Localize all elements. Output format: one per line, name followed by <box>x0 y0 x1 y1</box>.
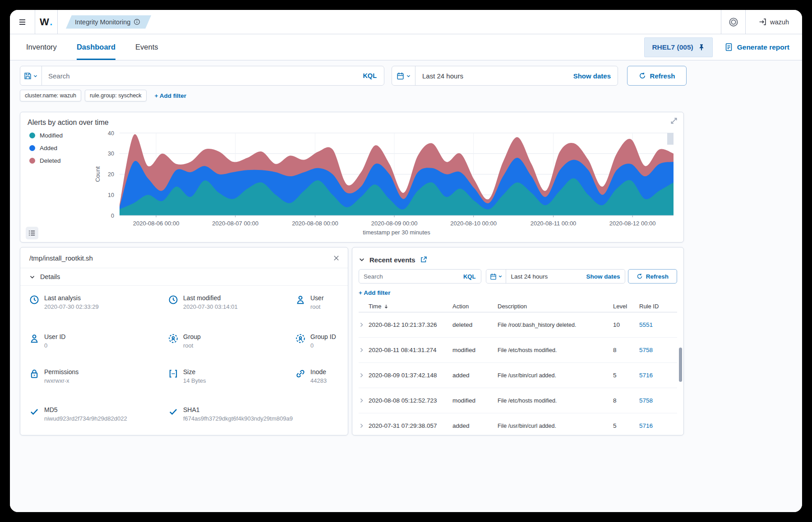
recent-events-search-input[interactable] <box>359 273 458 280</box>
svg-text:0: 0 <box>111 213 114 219</box>
column-description[interactable]: Description <box>498 303 610 310</box>
user-icon <box>29 334 39 343</box>
menu-button[interactable] <box>10 10 35 34</box>
legend-dot <box>29 145 35 151</box>
tab-inventory[interactable]: Inventory <box>26 34 57 60</box>
filter-pill[interactable]: cluster.name: wazuh <box>20 90 81 101</box>
legend-label: Added <box>40 145 57 151</box>
kql-button[interactable]: KQL <box>355 72 384 79</box>
document-icon <box>724 43 733 51</box>
check-icon <box>29 407 39 417</box>
date-picker: Last 24 hours Show dates <box>392 66 618 86</box>
chart-list-button[interactable] <box>26 227 38 239</box>
svg-text:2020-08-06 00:00: 2020-08-06 00:00 <box>133 220 180 227</box>
column-time[interactable]: Time <box>369 303 452 310</box>
column-action[interactable]: Action <box>452 303 498 310</box>
generate-report-button[interactable]: Generate report <box>724 43 789 51</box>
time-range-value[interactable]: Last 24 hours <box>415 72 463 80</box>
details-accordion[interactable]: Details <box>20 268 348 286</box>
chevron-down-icon <box>33 73 38 78</box>
filter-bar: cluster.name: wazuh rule.group: syscheck… <box>20 89 687 102</box>
refresh-button[interactable]: Refresh <box>628 269 677 284</box>
add-filter-link[interactable]: + Add filter <box>359 289 390 296</box>
table-row[interactable]: 2020-08-11 08:41:31.274 modified File /e… <box>359 338 677 363</box>
rule-id-link[interactable]: 5758 <box>637 347 677 353</box>
row-expand-icon[interactable] <box>359 398 364 403</box>
row-expand-icon[interactable] <box>359 372 364 378</box>
rule-id-link[interactable]: 5716 <box>637 422 677 429</box>
file-panel-header: /tmp/install_rootkit.sh <box>20 247 348 268</box>
calendar-button[interactable] <box>486 270 506 283</box>
pinned-agent-button[interactable]: RHEL7 (005) <box>644 37 712 57</box>
svg-text:10: 10 <box>108 192 114 198</box>
search-bar: KQL <box>20 66 384 86</box>
events-table: Time Action Description Level Rule ID 20… <box>359 301 677 435</box>
rule-id-link[interactable]: 5551 <box>637 321 677 328</box>
breadcrumb[interactable]: Integrity Monitoring <box>66 15 151 29</box>
table-row[interactable]: 2020-07-31 07:29:38.057 added File /usr/… <box>359 413 677 435</box>
refresh-button[interactable]: Refresh <box>627 66 687 86</box>
field-permissions: Permissionsrwxrwxr-x <box>29 368 78 384</box>
svg-text:20: 20 <box>108 171 114 178</box>
breadcrumb-label: Integrity Monitoring <box>75 18 130 26</box>
legend-label: Deleted <box>40 157 61 164</box>
calendar-button[interactable] <box>392 66 415 85</box>
scrollbar-thumb[interactable] <box>679 348 682 382</box>
wazuh-logo[interactable]: W. <box>35 10 58 34</box>
svg-text:2020-08-08 00:00: 2020-08-08 00:00 <box>292 220 338 227</box>
rule-id-link[interactable]: 5758 <box>637 397 677 404</box>
refresh-label: Refresh <box>650 72 675 80</box>
table-row[interactable]: 2020-08-12 10:21:37.326 deleted File /ro… <box>359 312 677 338</box>
generate-report-label: Generate report <box>737 43 789 51</box>
lock-icon <box>29 369 39 379</box>
events-table-header: Time Action Description Level Rule ID <box>359 301 677 312</box>
check-icon <box>168 407 178 417</box>
logout-button[interactable]: wazuh <box>745 10 802 34</box>
info-icon <box>134 18 140 25</box>
expand-icon[interactable] <box>670 117 678 125</box>
external-link-icon[interactable] <box>420 256 427 263</box>
tab-events[interactable]: Events <box>135 34 158 60</box>
svg-text:2020-08-07 00:00: 2020-08-07 00:00 <box>212 220 258 227</box>
column-level[interactable]: Level <box>610 303 637 310</box>
filter-pill[interactable]: rule.group: syscheck <box>85 90 147 101</box>
field-last-modified: Last modified2020-07-30 03:14:01 <box>168 294 238 310</box>
svg-text:30: 30 <box>108 151 114 157</box>
recent-events-header[interactable]: Recent events <box>359 253 677 266</box>
kql-button[interactable]: KQL <box>458 273 481 280</box>
chevron-down-icon <box>29 274 35 280</box>
calendar-icon <box>397 72 404 80</box>
close-icon[interactable] <box>333 255 340 261</box>
pinned-agent-label: RHEL7 (005) <box>652 43 693 51</box>
app-window: W. Integrity Monitoring wazuh Inventory … <box>10 10 802 512</box>
add-filter-link[interactable]: + Add filter <box>155 92 186 99</box>
table-row[interactable]: 2020-08-09 01:37:42.148 added File /usr/… <box>359 363 677 388</box>
row-expand-icon[interactable] <box>359 423 364 429</box>
svg-text:2020-08-09 00:00: 2020-08-09 00:00 <box>371 220 418 227</box>
legend-item-added[interactable]: Added <box>29 145 63 151</box>
legend-item-deleted[interactable]: Deleted <box>29 157 63 164</box>
group-icon <box>168 334 178 343</box>
spaces-button[interactable] <box>721 10 745 34</box>
page-content: KQL Last 24 hours Show dates Refresh <box>10 60 802 512</box>
legend-item-modified[interactable]: Modified <box>29 132 63 139</box>
chart-legend: Modified Added Deleted <box>29 132 63 170</box>
table-row[interactable]: 2020-08-08 05:12:52.723 modified File /e… <box>359 388 677 413</box>
logo-text: W <box>40 16 49 28</box>
details-label: Details <box>40 273 60 280</box>
saved-query-button[interactable] <box>20 66 42 85</box>
list-icon <box>28 229 36 237</box>
show-dates-link[interactable]: Show dates <box>586 273 625 280</box>
row-expand-icon[interactable] <box>359 347 364 353</box>
query-toolbar: KQL Last 24 hours Show dates Refresh <box>20 66 687 86</box>
chart-title: Alerts by action over time <box>28 119 109 127</box>
row-expand-icon[interactable] <box>359 322 364 328</box>
column-rule-id[interactable]: Rule ID <box>637 303 677 310</box>
time-range-value[interactable]: Last 24 hours <box>506 273 548 280</box>
svg-text:timestamp per 30 minutes: timestamp per 30 minutes <box>363 229 430 236</box>
search-input[interactable] <box>42 72 355 80</box>
rule-id-link[interactable]: 5716 <box>637 372 677 379</box>
show-dates-link[interactable]: Show dates <box>573 72 618 80</box>
tabbar-right: RHEL7 (005) Generate report <box>644 37 789 57</box>
tab-dashboard[interactable]: Dashboard <box>77 34 115 60</box>
